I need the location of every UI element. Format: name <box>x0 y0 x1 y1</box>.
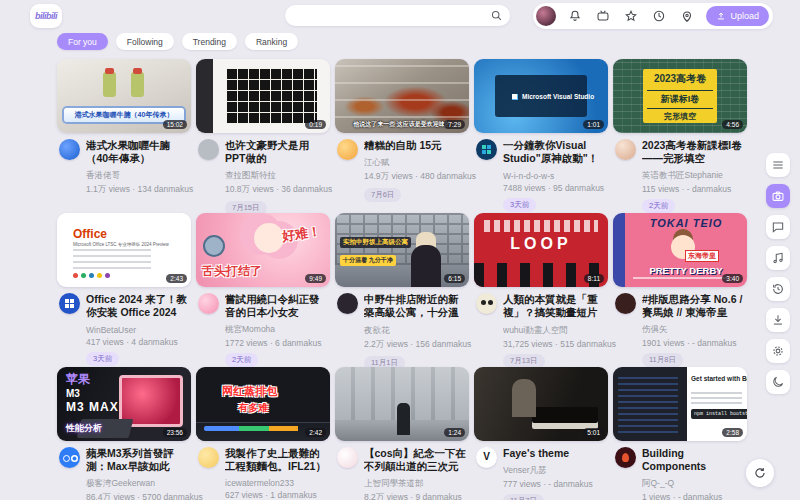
uploader-name[interactable]: 伤俱矢 <box>642 324 745 336</box>
uploader-avatar[interactable] <box>198 293 219 314</box>
search-bar[interactable] <box>285 5 510 26</box>
video-thumbnail[interactable]: OfficeMicrosoft Office LTSC 专业增强版 2024 P… <box>57 213 191 287</box>
uploader-avatar[interactable] <box>337 293 358 314</box>
video-thumbnail[interactable]: 1:24 <box>335 367 469 441</box>
music-tool-button[interactable] <box>766 246 790 270</box>
uploader-name[interactable]: W-i-n-d-o-w-s <box>503 171 606 181</box>
duration-badge: 2:58 <box>722 428 743 437</box>
video-title[interactable]: 人類的本質就是「重複」？搞笑動畫短片《LOOP》 <box>503 293 606 320</box>
bell-icon[interactable] <box>566 7 584 25</box>
video-title[interactable]: 糟糕的自助 15元 <box>364 139 467 152</box>
menu-tool-button[interactable] <box>766 153 790 177</box>
video-thumbnail[interactable]: 苹果M3M3 MAX性能分析23:56 <box>57 367 191 441</box>
download-tool-button[interactable] <box>766 308 790 332</box>
video-thumbnail[interactable]: 2023高考卷新课标I卷完形填空4:56 <box>613 59 747 133</box>
video-thumbnail[interactable]: Microsoft Visual Studio1:01 <box>474 59 608 133</box>
video-title[interactable]: 也许文豪野犬是用PPT做的 <box>225 139 328 165</box>
uploader-avatar[interactable] <box>59 293 80 314</box>
video-card[interactable]: LOOP8:11人類的本質就是「重複」？搞笑動畫短片《LOOP》wuhui動畫人… <box>474 213 608 361</box>
video-title[interactable]: #排版思路分享 No.6 / 賽馬娘 // 東海帝皇 <box>642 293 745 319</box>
chat-tool-button[interactable] <box>766 215 790 239</box>
site-logo[interactable]: bilibili <box>30 4 62 28</box>
video-card[interactable]: 1:24【cos向】紀念一下在不列顛出道的三次元上智同學茶道部8.2万 view… <box>335 367 469 500</box>
video-card[interactable]: 港式水果咖喱牛腩（40年传承）15:02港式水果咖喱牛腩（40年傳承）香港佬哥1… <box>57 59 191 207</box>
video-thumbnail[interactable]: 0:19 <box>196 59 330 133</box>
video-title[interactable]: Faye's theme <box>503 447 606 460</box>
video-thumbnail[interactable]: LOOP8:11 <box>474 213 608 287</box>
video-title[interactable]: 港式水果咖喱牛腩（40年傳承） <box>86 139 189 165</box>
uploader-avatar[interactable] <box>59 139 80 160</box>
video-title[interactable]: 嘗試用繞口令糾正發音的日本小女友 <box>225 293 328 319</box>
uploader-name[interactable]: Venser凡瑟 <box>503 465 606 477</box>
settings-tool-button[interactable] <box>766 339 790 363</box>
video-title[interactable]: Building Components <box>642 447 745 473</box>
video-card[interactable]: Microsoft Visual Studio1:01一分鐘教你Visual S… <box>474 59 608 207</box>
location-pin-icon[interactable] <box>678 7 696 25</box>
video-card[interactable]: 苹果M3M3 MAX性能分析23:56蘋果M3系列首發評測：Max早該如此极客湾… <box>57 367 191 500</box>
video-thumbnail[interactable]: TOKAI TEIO东海帝皇PRETTY DERBY3:40 <box>613 213 747 287</box>
video-card[interactable]: 他说这了来一些 这应该是受欢迎味的7:29糟糕的自助 15元江心赋14.9万 v… <box>335 59 469 207</box>
video-thumbnail[interactable]: 好难！舌头打结了9:49 <box>196 213 330 287</box>
tab-trending[interactable]: Trending <box>182 33 237 50</box>
uploader-avatar[interactable] <box>198 447 219 468</box>
video-title[interactable]: 蘋果M3系列首發評測：Max早該如此 <box>86 447 189 473</box>
camera-tool-button[interactable] <box>766 184 790 208</box>
bilibili-tv-icon[interactable] <box>594 7 612 25</box>
uploader-name[interactable]: 江心赋 <box>364 157 467 169</box>
uploader-name[interactable]: 上智同學茶道部 <box>364 478 467 490</box>
uploader-name[interactable]: icewatermelon233 <box>225 478 328 488</box>
video-card[interactable]: 好难！舌头打结了9:49嘗試用繞口令糾正發音的日本小女友桃宮Momoha1772… <box>196 213 330 361</box>
video-thumbnail[interactable]: 网红蒸排包有多难2:42 <box>196 367 330 441</box>
video-title[interactable]: 中野牛排店附近的新築高級公寓，十分溫馨甚至九分乾淨 <box>364 293 467 320</box>
history-tool-button[interactable] <box>766 277 790 301</box>
video-card[interactable]: 2023高考卷新课标I卷完形填空4:562023高考卷新課標I卷——完形填空英语… <box>613 59 747 207</box>
user-avatar[interactable] <box>536 6 556 26</box>
video-thumbnail[interactable]: 实拍中野坂上高级公寓十分温馨 九分干净6:15 <box>335 213 469 287</box>
uploader-name[interactable]: 查拉图斯特拉 <box>225 170 328 182</box>
video-card[interactable]: 实拍中野坂上高级公寓十分温馨 九分干净6:15中野牛排店附近的新築高級公寓，十分… <box>335 213 469 361</box>
uploader-avatar[interactable] <box>337 139 358 160</box>
video-title[interactable]: 2023高考卷新課標I卷——完形填空 <box>642 139 745 165</box>
uploader-avatar[interactable] <box>476 447 497 468</box>
video-card[interactable]: TOKAI TEIO东海帝皇PRETTY DERBY3:40#排版思路分享 No… <box>613 213 747 361</box>
video-thumbnail[interactable]: Get started with Bootstrapnpm install bo… <box>613 367 747 441</box>
video-title[interactable]: 一分鐘教你Visual Studio"原神啟動"！（適用於Blend） <box>503 139 606 166</box>
uploader-name[interactable]: 阿Q-_-Q <box>642 478 745 490</box>
video-title[interactable]: 我製作了史上最難的工程類麵包。IFL21） <box>225 447 328 473</box>
uploader-avatar[interactable] <box>615 447 636 468</box>
refresh-button[interactable] <box>746 459 774 487</box>
video-card[interactable]: 0:19也许文豪野犬是用PPT做的查拉图斯特拉10.8万 views · 36 … <box>196 59 330 207</box>
uploader-name[interactable]: WinBetaUser <box>86 325 189 335</box>
uploader-avatar[interactable] <box>198 139 219 160</box>
video-thumbnail[interactable]: 5:01 <box>474 367 608 441</box>
upload-button[interactable]: Upload <box>706 6 769 26</box>
video-card[interactable]: Get started with Bootstrapnpm install bo… <box>613 367 747 500</box>
video-card[interactable]: 5:01Faye's themeVenser凡瑟777 views · - da… <box>474 367 608 500</box>
star-icon[interactable] <box>622 7 640 25</box>
video-title[interactable]: Office 2024 来了！教你安装 Office 2024 预览版! <box>86 293 189 320</box>
moon-tool-button[interactable] <box>766 370 790 394</box>
video-card[interactable]: OfficeMicrosoft Office LTSC 专业增强版 2024 P… <box>57 213 191 361</box>
uploader-avatar[interactable] <box>476 139 497 160</box>
uploader-avatar[interactable] <box>615 139 636 160</box>
uploader-avatar[interactable] <box>59 447 80 468</box>
uploader-name[interactable]: 香港佬哥 <box>86 170 189 182</box>
uploader-name[interactable]: 夜欲花 <box>364 325 467 337</box>
uploader-name[interactable]: 极客湾Geekerwan <box>86 478 189 490</box>
uploader-avatar[interactable] <box>615 293 636 314</box>
uploader-avatar[interactable] <box>337 447 358 468</box>
uploader-name[interactable]: 英语教书匠Stephanie <box>642 170 745 182</box>
uploader-name[interactable]: wuhui動畫人空間 <box>503 325 606 337</box>
search-icon[interactable] <box>490 9 503 22</box>
tab-for-you[interactable]: For you <box>57 33 108 50</box>
video-thumbnail[interactable]: 港式水果咖喱牛腩（40年传承）15:02 <box>57 59 191 133</box>
video-title[interactable]: 【cos向】紀念一下在不列顛出道的三次元 <box>364 447 467 473</box>
uploader-name[interactable]: 桃宮Momoha <box>225 324 328 336</box>
video-card[interactable]: 网红蒸排包有多难2:42我製作了史上最難的工程類麵包。IFL21）icewate… <box>196 367 330 500</box>
tab-following[interactable]: Following <box>116 33 174 50</box>
tab-ranking[interactable]: Ranking <box>245 33 298 50</box>
uploader-avatar[interactable] <box>476 293 497 314</box>
video-thumbnail[interactable]: 他说这了来一些 这应该是受欢迎味的7:29 <box>335 59 469 133</box>
history-clock-icon[interactable] <box>650 7 668 25</box>
search-input[interactable] <box>292 10 490 21</box>
